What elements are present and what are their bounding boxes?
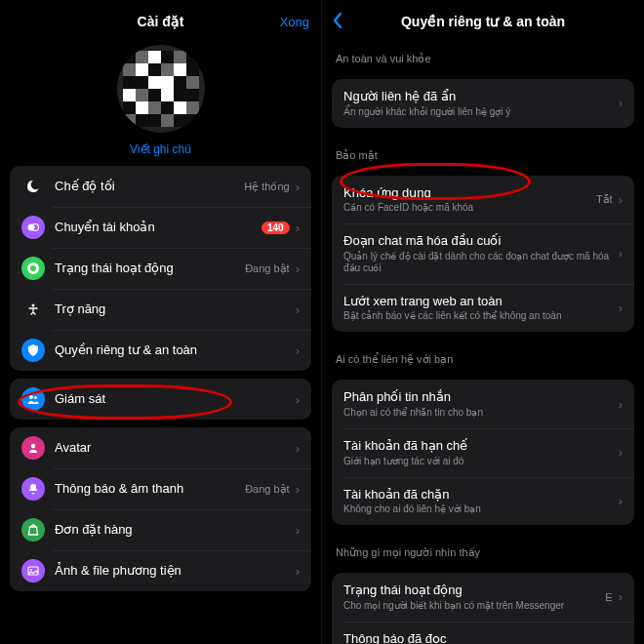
svg-point-6 (34, 396, 37, 399)
row-subtitle: Cần có FaceID hoặc mã khóa (343, 202, 590, 214)
section-header-security: Bảo mật (322, 136, 644, 168)
settings1-row-2[interactable]: Trạng thái hoạt độngĐang bật› (10, 248, 311, 289)
section-security: Khóa ứng dụngCần có FaceID hoặc mã khóaT… (332, 176, 634, 333)
row-subtitle: Bật cảnh báo về các liên kết có thể khôn… (343, 310, 613, 322)
avatar-pixelated (123, 51, 199, 127)
settings3-row-3[interactable]: Ảnh & file phương tiện› (10, 550, 311, 591)
write-note-link[interactable]: Viết ghi chú (130, 142, 191, 156)
avatar-icon (21, 436, 45, 460)
row-label: Chuyển tài khoản (55, 220, 262, 235)
settings3-row-1[interactable]: Thông báo & âm thanhĐang bật› (10, 468, 311, 509)
chevron-right-icon: › (296, 482, 300, 497)
row-label: Thông báo & âm thanh (55, 481, 239, 497)
row-accessory: Đang bật (245, 262, 290, 275)
chevron-right-icon: › (619, 301, 623, 315)
avatar[interactable] (117, 45, 205, 133)
settings-group-3: Avatar›Thông báo & âm thanhĐang bật›Đơn … (10, 427, 311, 591)
security-row-1[interactable]: Đoạn chat mã hóa đầu cuốiQuản lý chế độ … (332, 223, 634, 284)
settings2-row-0[interactable]: Giám sát› (10, 379, 311, 420)
settings-group-1: Chế độ tốiHệ thống›Chuyển tài khoản140›T… (10, 166, 311, 371)
row-label: Tài khoản đã hạn chế (343, 438, 613, 454)
chevron-right-icon: › (619, 397, 623, 412)
bag-icon (21, 518, 45, 542)
privacy-safety-pane: Quyền riêng tư & an toàn An toàn và vui … (322, 0, 644, 644)
svg-point-4 (32, 304, 35, 307)
shield-icon (21, 339, 45, 362)
row-label: Người liên hệ đã ẩn (343, 89, 613, 104)
security-row-2[interactable]: Lướt xem trang web an toànBật cảnh báo v… (332, 284, 634, 333)
row-label: Trợ năng (55, 302, 290, 317)
header: Quyền riêng tư & an toàn (322, 4, 644, 39)
row-subtitle: Không cho ai đó liên hệ với bạn (343, 503, 613, 515)
section-header-visibility: Những gì mọi người nhìn thấy (322, 533, 644, 565)
section-safety: Người liên hệ đã ẩnẨn người khác khỏi ng… (332, 79, 634, 128)
safety-row-0[interactable]: Người liên hệ đã ẩnẨn người khác khỏi ng… (332, 79, 634, 128)
badge: 140 (262, 221, 290, 234)
chevron-right-icon: › (296, 343, 300, 358)
chevron-right-icon: › (296, 441, 300, 456)
chevron-right-icon: › (619, 589, 623, 604)
visibility-row-0[interactable]: Trạng thái hoạt độngCho mọi người biết k… (332, 573, 634, 622)
row-label: Khóa ứng dụng (343, 185, 590, 201)
svg-point-3 (30, 265, 36, 271)
contact-row-1[interactable]: Tài khoản đã hạn chếGiới hạn tương tác v… (332, 428, 634, 477)
settings1-row-4[interactable]: Quyền riêng tư & an toàn› (10, 330, 311, 371)
settings-group-2: Giám sát› (10, 379, 311, 420)
row-label: Tài khoản đã chặn (343, 487, 613, 503)
people-icon (21, 387, 45, 411)
settings1-row-1[interactable]: Chuyển tài khoản140› (10, 207, 311, 248)
settings1-row-0[interactable]: Chế độ tốiHệ thống› (10, 166, 311, 207)
svg-point-7 (31, 444, 35, 448)
row-subtitle: Quản lý chế độ cài đặt dành cho các đoạn… (343, 251, 613, 274)
section-contact: Phân phối tin nhắnChọn ai có thể nhắn ti… (332, 380, 634, 525)
svg-point-5 (29, 395, 33, 399)
row-accessory: E (605, 591, 612, 603)
chevron-right-icon: › (296, 221, 300, 235)
access-icon (21, 298, 45, 321)
header: Cài đặt Xong (0, 4, 321, 39)
svg-point-9 (30, 569, 32, 571)
chevron-right-icon: › (296, 302, 300, 317)
chevron-right-icon: › (296, 262, 300, 276)
section-visibility: Trạng thái hoạt độngCho mọi người biết k… (332, 573, 634, 644)
row-label: Giám sát (55, 391, 290, 407)
row-label: Phân phối tin nhắn (343, 389, 613, 405)
settings1-row-3[interactable]: Trợ năng› (10, 289, 311, 330)
chevron-right-icon: › (619, 246, 623, 261)
contact-row-0[interactable]: Phân phối tin nhắnChọn ai có thể nhắn ti… (332, 380, 634, 428)
row-label: Trạng thái hoạt động (55, 261, 239, 276)
bell-icon (21, 477, 45, 501)
chevron-right-icon: › (296, 523, 300, 538)
row-subtitle: Ẩn người khác khỏi người liên hệ gợi ý (343, 106, 613, 118)
settings3-row-0[interactable]: Avatar› (10, 427, 311, 468)
row-subtitle: Giới hạn tương tác với ai đó (343, 456, 613, 467)
row-label: Trạng thái hoạt động (343, 583, 599, 598)
row-label: Thông báo đã đọc (343, 631, 613, 644)
row-accessory: Đang bật (245, 483, 290, 496)
chevron-right-icon: › (296, 180, 300, 194)
row-label: Quyền riêng tư & an toàn (55, 342, 290, 358)
row-label: Đơn đặt hàng (55, 522, 290, 538)
row-accessory: Hệ thống (244, 181, 289, 193)
row-label: Đoạn chat mã hóa đầu cuối (343, 233, 613, 249)
done-button[interactable]: Xong (280, 15, 309, 29)
page-title: Cài đặt (138, 14, 184, 29)
back-button[interactable] (332, 12, 343, 32)
visibility-row-1[interactable]: Thông báo đã đọcMọi người sẽ biết khi bạ… (332, 622, 634, 644)
chevron-right-icon: › (619, 638, 623, 644)
moon-icon (21, 175, 45, 198)
security-row-0[interactable]: Khóa ứng dụngCần có FaceID hoặc mã khóaT… (332, 176, 634, 224)
section-header-contact: Ai có thể liên hệ với bạn (322, 340, 644, 372)
contact-row-2[interactable]: Tài khoản đã chặnKhông cho ai đó liên hệ… (332, 477, 634, 526)
switch-icon (21, 216, 45, 239)
row-subtitle: Chọn ai có thể nhắn tin cho bạn (343, 407, 613, 419)
settings3-row-2[interactable]: Đơn đặt hàng› (10, 509, 311, 550)
profile-block: Viết ghi chú (0, 45, 321, 156)
chevron-right-icon: › (619, 192, 623, 207)
chevron-right-icon: › (619, 96, 623, 110)
chevron-right-icon: › (619, 494, 623, 508)
photo-icon (21, 559, 45, 583)
chevron-right-icon: › (296, 564, 300, 579)
row-label: Lướt xem trang web an toàn (343, 294, 613, 309)
chevron-right-icon: › (296, 392, 300, 407)
